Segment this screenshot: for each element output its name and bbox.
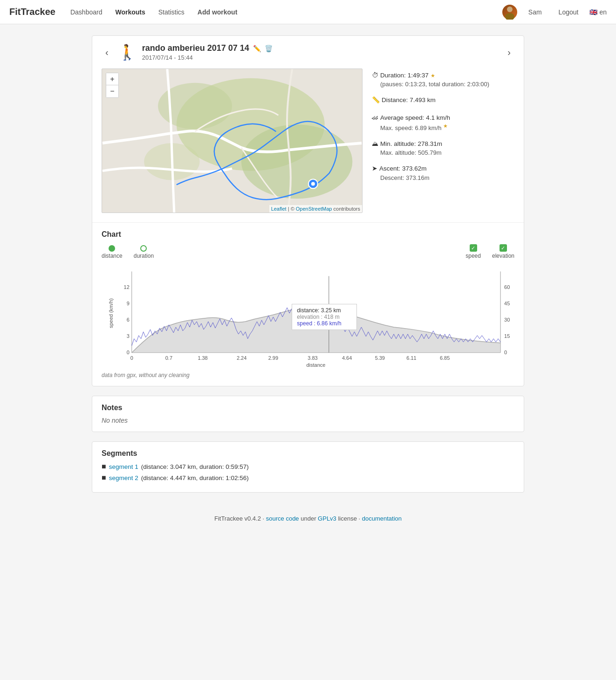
clock-icon: ⏱	[372, 70, 378, 80]
duration-value: 1:49:37	[408, 71, 429, 80]
workout-header: ‹ 🚶 rando amberieu 2017 07 14 ✏️ 🗑️ 2017…	[92, 36, 524, 69]
nav-logout[interactable]: Logout	[553, 5, 584, 20]
svg-text:5.39: 5.39	[375, 355, 385, 361]
source-code-link[interactable]: source code	[266, 515, 299, 522]
nav-add-workout[interactable]: Add workout	[192, 5, 243, 20]
svg-text:3: 3	[127, 333, 130, 339]
min-alt-value: 278.31m	[418, 139, 443, 149]
check-speed[interactable]: ✓ speed	[465, 244, 481, 259]
stat-distance: 📏 Distance: 7.493 km	[372, 95, 514, 105]
stat-group-distance: 📏 Distance: 7.493 km	[372, 95, 514, 105]
prev-workout-button[interactable]: ‹	[102, 45, 112, 60]
nav-statistics[interactable]: Statistics	[153, 5, 190, 20]
workout-title: rando amberieu 2017 07 14 ✏️ 🗑️	[142, 43, 504, 53]
notes-title: Notes	[102, 404, 514, 412]
osm-link[interactable]: OpenStreetMap	[296, 206, 332, 212]
altitude-icon: ⛰	[372, 139, 378, 149]
navbar: FitTrackee Dashboard Workouts Statistics…	[0, 0, 616, 24]
segment-2-details: (distance: 4.447 km, duration: 1:02:56)	[141, 474, 249, 481]
list-item: ■ segment 1 (distance: 3.047 km, duratio…	[102, 462, 514, 471]
nav-dashboard[interactable]: Dashboard	[65, 5, 108, 20]
map-attribution: Leaflet | © OpenStreetMap contributors	[269, 205, 362, 213]
workout-date: 2017/07/14 - 15:44	[142, 54, 504, 61]
map-zoom-controls: + −	[106, 73, 119, 98]
svg-text:2.24: 2.24	[237, 355, 246, 361]
duration-pauses: (pauses: 0:13:23, total duration: 2:03:0…	[372, 81, 514, 88]
ascent-value: 373.62m	[402, 164, 427, 173]
svg-text:3.83: 3.83	[308, 355, 317, 361]
max-speed-label: Max. speed:	[380, 124, 413, 131]
lang-label: en	[599, 8, 607, 16]
nav-username[interactable]: Sam	[523, 5, 548, 20]
footer: FitTrackee v0.4.2 · source code under GP…	[0, 504, 616, 533]
svg-text:9: 9	[127, 301, 130, 306]
distance-icon: 📏	[372, 95, 380, 105]
chart-radio-options: distance duration	[102, 245, 154, 259]
nav-workouts[interactable]: Workouts	[110, 5, 151, 20]
check-elevation[interactable]: ✓ elevation	[492, 244, 514, 259]
zoom-out-button[interactable]: −	[106, 85, 118, 97]
stat-avg-speed: 🏎 Average speed: 4.1 km/h	[372, 113, 514, 123]
radio-distance[interactable]: distance	[102, 245, 123, 259]
map-stats-row: + − Leaflet | © OpenStreetMap contributo…	[92, 69, 524, 222]
map-container[interactable]: + − Leaflet | © OpenStreetMap contributo…	[102, 69, 363, 213]
chart-wrapper: 0 3 6 9 12 speed (km/h) 0 150 300 450 60…	[106, 267, 510, 369]
stat-min-alt: ⛰ Min. altitude: 278.31m	[372, 139, 514, 149]
distance-value: 7.493 km	[410, 96, 436, 105]
stat-max-speed: Max. speed: 6.89 km/h ★	[372, 123, 514, 131]
chart-note: data from gpx, without any cleaning	[102, 372, 514, 378]
brand-logo[interactable]: FitTrackee	[9, 7, 55, 17]
segment-1-link[interactable]: segment 1	[109, 463, 138, 470]
edit-icon[interactable]: ✏️	[253, 45, 261, 52]
max-alt-value: 505.79m	[418, 149, 442, 156]
svg-text:12: 12	[124, 284, 130, 290]
license-link[interactable]: GPLv3	[318, 515, 336, 522]
leaflet-link[interactable]: Leaflet	[271, 206, 287, 212]
svg-text:300: 300	[504, 317, 510, 323]
bullet-icon: ■	[102, 474, 106, 482]
speed-icon: 🏎	[372, 113, 378, 123]
stat-group-altitude: ⛰ Min. altitude: 278.31m Max. altitude: …	[372, 139, 514, 156]
bullet-icon: ■	[102, 462, 106, 471]
max-speed-star: ★	[443, 123, 448, 129]
radio-distance-indicator	[109, 245, 115, 252]
avg-speed-label: Average speed:	[380, 113, 424, 123]
workout-title-text: rando amberieu 2017 07 14	[142, 43, 249, 53]
delete-icon[interactable]: 🗑️	[265, 45, 273, 52]
stat-duration: ⏱ Duration: 1:49:37 ★	[372, 70, 514, 80]
next-workout-button[interactable]: ›	[504, 45, 514, 60]
main-content: ‹ 🚶 rando amberieu 2017 07 14 ✏️ 🗑️ 2017…	[84, 35, 532, 493]
zoom-in-button[interactable]: +	[106, 73, 118, 85]
chart-title: Chart	[102, 230, 514, 239]
chart-controls: distance duration ✓ speed ✓ eleva	[102, 244, 514, 265]
documentation-link[interactable]: documentation	[362, 515, 402, 522]
check-elevation-label: elevation	[492, 253, 514, 259]
segment-2-link[interactable]: segment 2	[109, 474, 138, 481]
ascent-icon: ➤	[372, 164, 377, 173]
radio-duration[interactable]: duration	[134, 245, 154, 259]
avg-speed-value: 4.1 km/h	[426, 113, 450, 123]
duration-label: Duration:	[380, 71, 406, 80]
list-item: ■ segment 2 (distance: 4.447 km, duratio…	[102, 474, 514, 482]
min-alt-label: Min. altitude:	[380, 139, 416, 149]
stats-panel: ⏱ Duration: 1:49:37 ★ (pauses: 0:13:23, …	[372, 69, 514, 213]
radio-distance-label: distance	[102, 253, 123, 259]
lang-selector[interactable]: 🇬🇧 en	[589, 8, 607, 16]
check-elevation-indicator: ✓	[500, 244, 507, 252]
stat-group-duration: ⏱ Duration: 1:49:37 ★ (pauses: 0:13:23, …	[372, 70, 514, 88]
stat-descent: Descent: 373.16m	[372, 174, 514, 181]
segment-1-details: (distance: 3.047 km, duration: 0:59:57)	[141, 463, 249, 470]
flag-icon: 🇬🇧	[589, 8, 597, 16]
descent-label: Descent:	[380, 174, 404, 181]
map-placeholder: + − Leaflet | © OpenStreetMap contributo…	[102, 69, 362, 213]
svg-point-0	[507, 7, 513, 12]
navbar-right: Sam Logout 🇬🇧 en	[502, 5, 607, 20]
segments-card: Segments ■ segment 1 (distance: 3.047 km…	[92, 441, 524, 493]
svg-text:6.11: 6.11	[406, 355, 416, 361]
svg-text:0.7: 0.7	[165, 355, 172, 361]
footer-sep2: under	[301, 515, 318, 522]
workout-title-group: rando amberieu 2017 07 14 ✏️ 🗑️ 2017/07/…	[142, 43, 504, 61]
svg-text:150: 150	[504, 333, 510, 339]
svg-point-1	[505, 13, 514, 20]
svg-text:4.64: 4.64	[342, 355, 352, 361]
